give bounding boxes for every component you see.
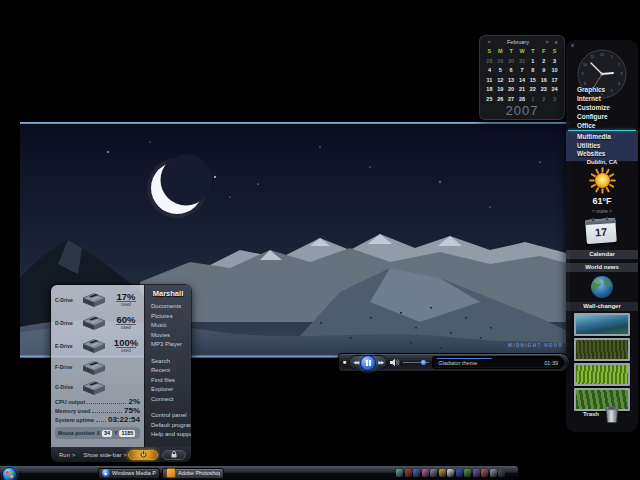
sidebar-close-button[interactable]: x [571,42,574,48]
sidebar-item-office[interactable]: Office [566,121,638,130]
calendar-date[interactable]: 9 [538,66,549,75]
taskbar-button-windows-media-player[interactable]: ▶ Windows Media Pl... [98,468,160,479]
tray-icon-10[interactable] [473,469,480,477]
tray-icon-6[interactable] [439,469,446,477]
volume-slider[interactable] [403,359,429,366]
pause-button[interactable] [360,355,376,371]
calendar-date[interactable]: 19 [495,85,506,94]
calendar-date[interactable]: 7 [517,66,528,75]
sidebar-item-customize[interactable]: Customize [566,103,638,112]
tray-icon-11[interactable] [481,469,488,477]
sidebar-item-websites[interactable]: Websites [566,150,638,159]
menu-item-movies[interactable]: Movies [145,331,191,341]
show-sidebar-link[interactable]: Show side-bar > [83,452,127,458]
calendar-date[interactable]: 21 [517,85,528,94]
volume-icon[interactable] [390,358,400,367]
tray-icon-2[interactable] [405,469,412,477]
tray-icon-13[interactable] [498,469,505,477]
calendar-date[interactable]: 20 [506,85,517,94]
menu-item-documents[interactable]: Documents [145,302,191,312]
calendar-date[interactable]: 6 [506,66,517,75]
calendar-date[interactable]: 26 [495,95,506,104]
menu-item-control-panel[interactable]: Control panel [145,411,191,421]
calendar-date[interactable]: 11 [484,76,495,85]
calendar-prev-button[interactable]: < [484,39,494,45]
calendar-date[interactable]: 2 [538,57,549,66]
tray-icon-3[interactable] [413,469,420,477]
calendar-date[interactable]: 13 [506,76,517,85]
drive-icon[interactable] [80,379,108,396]
calendar-date[interactable]: 28 [517,95,528,104]
power-button[interactable] [128,450,158,460]
calendar-date[interactable]: 18 [484,85,495,94]
calendar-date[interactable]: 3 [549,57,560,66]
previous-button[interactable]: ◀◀ [353,360,358,365]
menu-item-pictures[interactable]: Pictures [145,312,191,322]
menu-item-search[interactable]: Search [145,357,191,367]
weather-more-link[interactable]: < more > [566,208,638,214]
globe-icon[interactable] [589,274,615,300]
calendar-date[interactable]: 14 [517,76,528,85]
calendar-date[interactable]: 28 [484,57,495,66]
calendar-date[interactable]: 12 [495,76,506,85]
sidebar-item-multimedia[interactable]: Multimedia [566,133,638,142]
sidebar-item-world-news[interactable]: World news [566,263,638,272]
tray-icon-12[interactable] [490,469,497,477]
drive-icon[interactable] [80,337,108,354]
calendar-close-button[interactable]: x [552,39,560,45]
calendar-date[interactable]: 5 [495,66,506,75]
tray-icon-4[interactable] [422,469,429,477]
calendar-date[interactable]: 16 [538,76,549,85]
run-link[interactable]: Run > [59,452,75,458]
calendar-date[interactable]: 29 [495,57,506,66]
calendar-date[interactable]: 10 [549,66,560,75]
calendar-date[interactable]: 17 [549,76,560,85]
calendar-date[interactable]: 22 [527,85,538,94]
tray-icon-8[interactable] [456,469,463,477]
menu-item-default-programs[interactable]: Default programs [145,421,191,431]
calendar-date[interactable]: 27 [506,95,517,104]
calendar-date[interactable]: 8 [527,66,538,75]
trash-item[interactable]: Trash [566,404,638,424]
calendar-date[interactable]: 25 [484,95,495,104]
thumbnail-blue-sky-wallpaper[interactable] [574,313,630,336]
calendar-date[interactable]: 15 [527,76,538,85]
calendar-day-icon[interactable]: 17 [585,218,617,244]
menu-item-mp3-player[interactable]: MP3 Player [145,340,191,350]
calendar-next-button[interactable]: > [542,39,552,45]
slider-knob[interactable] [421,360,426,365]
menu-item-music[interactable]: Music [145,321,191,331]
calendar-date[interactable]: 4 [484,66,495,75]
drive-icon[interactable] [80,291,108,308]
thumbnail-green-grass-wallpaper[interactable] [574,363,630,386]
menu-item-connect[interactable]: Connect [145,395,191,405]
sidebar-item-configure[interactable]: Configure [566,112,638,121]
menu-item-find-files[interactable]: Find files [145,376,191,386]
calendar-date[interactable]: 24 [549,85,560,94]
sidebar-item-utilities[interactable]: Utilities [566,142,638,151]
stop-button[interactable]: ■ [343,360,346,365]
calendar-date[interactable]: 3 [549,95,560,104]
calendar-date[interactable]: 23 [538,85,549,94]
sidebar-item-internet[interactable]: Internet [566,94,638,103]
sidebar-item-wall-changer[interactable]: Wall-changer [566,302,638,311]
sidebar-item-calendar[interactable]: Calendar [566,250,638,259]
thumbnail-dark-grass-wallpaper[interactable] [574,338,630,361]
start-button[interactable] [2,467,17,480]
tray-icon-7[interactable] [447,469,454,477]
sidebar-item-graphics[interactable]: Graphics [566,85,638,94]
next-button[interactable]: ▶▶ [378,360,383,365]
taskbar-button-adobe-photoshop[interactable]: Adobe Photoshop ... [162,468,224,479]
calendar-date[interactable]: 2 [538,95,549,104]
drive-icon[interactable] [80,359,108,376]
menu-item-help-and-support[interactable]: Help and support [145,430,191,440]
tray-icon-1[interactable] [396,469,403,477]
drive-icon[interactable] [80,314,108,331]
calendar-date[interactable]: 30 [506,57,517,66]
menu-item-recent[interactable]: Recent [145,366,191,376]
calendar-date[interactable]: 1 [527,57,538,66]
calendar-date[interactable]: 1 [527,95,538,104]
calendar-date[interactable]: 31 [517,57,528,66]
menu-item-explorer[interactable]: Explorer [145,385,191,395]
tray-icon-5[interactable] [430,469,437,477]
